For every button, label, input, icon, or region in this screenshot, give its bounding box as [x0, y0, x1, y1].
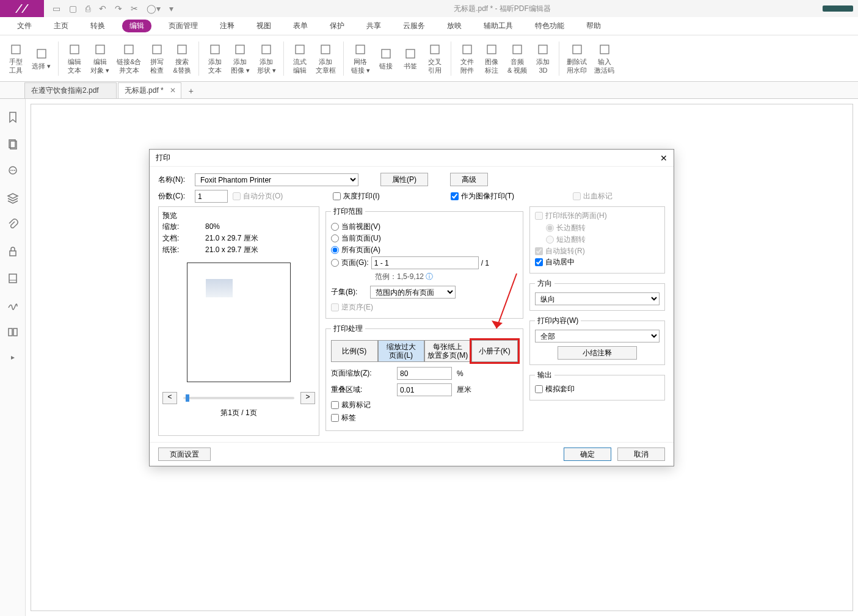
menu-帮助[interactable]: 帮助	[581, 18, 606, 34]
comment-icon[interactable]	[7, 165, 19, 177]
range-current-radio[interactable]	[331, 234, 339, 242]
form-icon[interactable]	[7, 272, 19, 284]
overlap-input[interactable]	[397, 383, 452, 396]
add-tab-button[interactable]: +	[183, 84, 200, 98]
ribbon-编辑对象[interactable]: 编辑 对象 ▾	[88, 41, 112, 75]
ribbon-拼写检查[interactable]: 拼写 检查	[146, 41, 168, 75]
range-pages-radio[interactable]	[331, 259, 339, 267]
menu-云服务[interactable]: 云服务	[398, 18, 430, 34]
doc-tab-active[interactable]: 无标题.pdf * ✕	[118, 82, 181, 98]
redo-icon[interactable]: ↷	[115, 4, 122, 13]
cutmarks-checkbox[interactable]	[331, 401, 339, 409]
cancel-button[interactable]: 取消	[617, 448, 665, 461]
autocenter-checkbox[interactable]	[535, 258, 543, 266]
ribbon-交叉引用[interactable]: 交叉 引用	[424, 41, 446, 75]
ribbon-图像标注[interactable]: 图像 标注	[481, 41, 503, 75]
ribbon-icon	[208, 42, 222, 57]
menu-视图[interactable]: 视图	[252, 18, 276, 34]
menu-编辑[interactable]: 编辑	[122, 20, 151, 32]
layers-icon[interactable]	[7, 192, 19, 204]
as-image-checkbox[interactable]	[451, 192, 459, 200]
ribbon-链接&合并文本[interactable]: 链接&合 并文本	[114, 41, 144, 75]
security-icon[interactable]	[7, 245, 19, 258]
ribbon-icon	[536, 42, 550, 57]
simulate-checkbox[interactable]	[535, 385, 543, 393]
ribbon-添加文章框[interactable]: 添加 文章框	[313, 41, 338, 75]
multi-button[interactable]: 每张纸上 放置多页(M)	[424, 340, 471, 362]
pages-icon[interactable]	[7, 138, 19, 150]
content-select[interactable]: 全部	[535, 330, 660, 342]
subset-select[interactable]: 范围内的所有页面	[370, 286, 456, 299]
svg-rect-19	[539, 45, 547, 54]
ribbon-文件附件[interactable]: 文件 附件	[456, 41, 478, 75]
ribbon-选择[interactable]: 选择 ▾	[29, 45, 53, 71]
open-icon[interactable]: ▭	[53, 4, 60, 13]
ribbon-输入激活码[interactable]: 输入 激活码	[592, 41, 617, 75]
menu-文件[interactable]: 文件	[12, 18, 37, 34]
attachment-icon[interactable]	[7, 219, 19, 231]
range-all-radio[interactable]	[331, 246, 339, 254]
ribbon-编辑文本[interactable]: 编辑 文本	[64, 41, 85, 75]
bookmark-icon[interactable]	[7, 111, 19, 123]
printer-select[interactable]: Foxit Phantom Printer	[195, 173, 358, 186]
ribbon-添加文本[interactable]: 添加 文本	[204, 41, 226, 75]
ribbon-网络链接[interactable]: 网络 链接 ▾	[349, 41, 373, 75]
ribbon-separator	[198, 42, 199, 76]
ribbon-手型工具[interactable]: 手型 工具	[5, 41, 27, 75]
range-pages-input[interactable]	[371, 256, 479, 269]
ribbon-label: 拼写 检查	[150, 58, 164, 74]
ribbon-icon	[379, 46, 393, 61]
menu-表单[interactable]: 表单	[288, 18, 313, 34]
summarize-button[interactable]: 小结注释	[558, 346, 637, 360]
ribbon-链接[interactable]: 链接	[375, 45, 397, 71]
ok-button[interactable]: 确定	[564, 448, 611, 461]
undo-icon[interactable]: ↶	[99, 4, 106, 13]
properties-button[interactable]: 属性(P)	[380, 173, 428, 186]
ribbon-添加图像[interactable]: 添加 图像 ▾	[228, 41, 252, 75]
menu-页面管理[interactable]: 页面管理	[164, 18, 203, 34]
menu-注释[interactable]: 注释	[215, 18, 239, 34]
menu-放映[interactable]: 放映	[442, 18, 467, 34]
scissors-icon[interactable]: ✂	[131, 4, 138, 13]
advanced-button[interactable]: 高级	[450, 173, 488, 186]
info-icon[interactable]: ⓘ	[426, 272, 433, 281]
page-scale-input[interactable]	[397, 367, 452, 380]
copies-input[interactable]	[195, 190, 228, 203]
menu-保护[interactable]: 保护	[325, 18, 349, 34]
range-view-radio[interactable]	[331, 223, 339, 231]
expand-icon[interactable]: ▸	[11, 353, 15, 361]
page-setup-button[interactable]: 页面设置	[158, 448, 211, 461]
menu-转换[interactable]: 转换	[85, 18, 110, 34]
ribbon-添加3D[interactable]: 添加 3D	[532, 41, 554, 75]
menu-共享[interactable]: 共享	[362, 18, 386, 34]
signature-icon[interactable]	[7, 299, 19, 311]
close-icon[interactable]: ✕	[660, 153, 667, 163]
print-icon[interactable]: ⎙	[85, 4, 90, 13]
ribbon-书签[interactable]: 书签	[399, 45, 421, 71]
dialog-titlebar: 打印 ✕	[150, 150, 674, 167]
grayscale-checkbox[interactable]	[333, 192, 341, 200]
menu-主页[interactable]: 主页	[49, 18, 73, 34]
dropdown-icon[interactable]: ▾	[169, 4, 173, 13]
menu-辅助工具[interactable]: 辅助工具	[479, 18, 518, 34]
scale-button[interactable]: 比例(S)	[331, 340, 378, 362]
fit-button[interactable]: 缩放过大 页面(L)	[378, 340, 425, 362]
page-slider[interactable]	[183, 397, 294, 399]
booklet-button[interactable]: 小册子(K)	[471, 340, 518, 362]
close-icon[interactable]: ✕	[170, 86, 176, 95]
autorotate-checkbox	[535, 247, 543, 255]
orientation-select[interactable]: 纵向	[535, 292, 660, 305]
ribbon-搜索&替换[interactable]: 搜索 &替换	[170, 41, 193, 75]
ribbon-删除试用水印[interactable]: 删除试 用水印	[564, 41, 589, 75]
compare-icon[interactable]	[7, 326, 19, 338]
ribbon-流式编辑[interactable]: 流式 编辑	[289, 41, 311, 75]
prev-page-button[interactable]: <	[162, 392, 177, 404]
menu-特色功能[interactable]: 特色功能	[530, 18, 569, 34]
labels-checkbox[interactable]	[331, 414, 339, 422]
next-page-button[interactable]: >	[300, 392, 315, 404]
doc-tab[interactable]: 在遵守饮食指南2.pdf	[24, 82, 117, 98]
save-icon[interactable]: ▢	[69, 4, 77, 13]
circle-icon[interactable]: ◯▾	[147, 4, 161, 13]
ribbon-音频&视频[interactable]: 音频 & 视频	[505, 41, 529, 75]
ribbon-添加形状[interactable]: 添加 形状 ▾	[255, 41, 278, 75]
